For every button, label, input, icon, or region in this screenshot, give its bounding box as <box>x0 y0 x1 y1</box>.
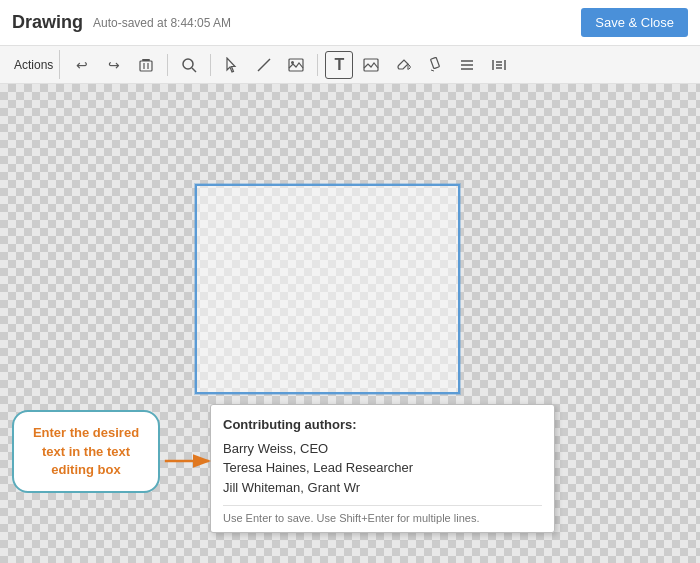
undo-button[interactable]: ↩ <box>68 51 96 79</box>
align-button[interactable] <box>453 51 481 79</box>
distribute-button[interactable] <box>485 51 513 79</box>
save-close-button[interactable]: Save & Close <box>581 8 688 37</box>
canvas-area[interactable]: Contributing authors: Barry Weiss, CEO T… <box>0 84 700 563</box>
svg-rect-11 <box>431 57 440 68</box>
svg-rect-0 <box>140 61 152 71</box>
text-button[interactable]: T <box>325 51 353 79</box>
header: Drawing Auto-saved at 8:44:05 AM Save & … <box>0 0 700 46</box>
selection-rectangle[interactable] <box>195 184 460 394</box>
divider1 <box>167 54 168 76</box>
pencil-button[interactable] <box>421 51 449 79</box>
actions-label: Actions <box>8 50 60 79</box>
line-button[interactable] <box>250 51 278 79</box>
app-title: Drawing <box>12 12 83 33</box>
svg-marker-6 <box>227 58 235 72</box>
svg-rect-3 <box>142 59 150 61</box>
redo-button[interactable]: ↪ <box>100 51 128 79</box>
text-box-title: Contributing authors: <box>223 415 542 435</box>
divider3 <box>317 54 318 76</box>
svg-point-9 <box>291 61 294 64</box>
text-editing-box[interactable]: Contributing authors: Barry Weiss, CEO T… <box>210 404 555 533</box>
tooltip-text: Enter the desired text in the text editi… <box>33 425 139 476</box>
text-line-3: Jill Whiteman, Grant Wr <box>223 478 542 498</box>
select-button[interactable] <box>218 51 246 79</box>
text-line-2: Teresa Haines, Lead Researcher <box>223 458 542 478</box>
zoom-button[interactable] <box>175 51 203 79</box>
toolbar: Actions ↩ ↪ T <box>0 46 700 84</box>
svg-line-12 <box>431 70 434 71</box>
tooltip-bubble: Enter the desired text in the text editi… <box>12 410 160 493</box>
svg-point-4 <box>183 59 193 69</box>
arrow-icon <box>163 447 218 475</box>
image-upload-button[interactable] <box>282 51 310 79</box>
text-line-1: Barry Weiss, CEO <box>223 439 542 459</box>
autosave-status: Auto-saved at 8:44:05 AM <box>93 16 231 30</box>
text-box-hint: Use Enter to save. Use Shift+Enter for m… <box>223 505 542 524</box>
svg-line-7 <box>258 59 270 71</box>
delete-button[interactable] <box>132 51 160 79</box>
text-box-content: Contributing authors: Barry Weiss, CEO T… <box>223 415 542 497</box>
header-left: Drawing Auto-saved at 8:44:05 AM <box>12 12 231 33</box>
divider2 <box>210 54 211 76</box>
insert-image-button[interactable] <box>357 51 385 79</box>
svg-line-5 <box>192 68 196 72</box>
fill-button[interactable] <box>389 51 417 79</box>
